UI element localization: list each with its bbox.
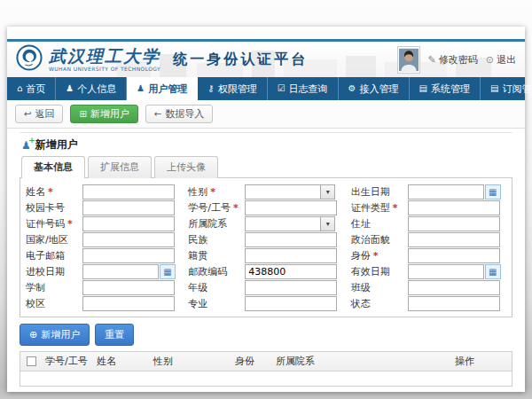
- tab-bar: 基本信息 扩展信息 上传头像: [20, 156, 512, 178]
- nav-item-permissions[interactable]: ⚷ 权限管理: [198, 77, 267, 100]
- table-column-header: 姓名: [93, 352, 150, 371]
- nav-item-subscription-management[interactable]: ▤ 订阅管理: [481, 77, 532, 100]
- nav-item-access-management[interactable]: ⚙ 接入管理: [339, 77, 410, 100]
- field-input[interactable]: [408, 200, 500, 215]
- chevron-down-icon[interactable]: ▾: [321, 216, 335, 231]
- data-import-button[interactable]: ← 数据导入: [145, 105, 213, 123]
- field-label: 籍贯: [184, 249, 245, 262]
- field-input[interactable]: [82, 264, 159, 279]
- form-actions: ⊕ 新增用户 重置: [20, 324, 512, 346]
- field-label: 学号/工号 *: [184, 201, 245, 215]
- field-label-text: 学号/工号: [188, 201, 231, 215]
- logout-link[interactable]: ⊙ 退出: [486, 53, 516, 66]
- tab-basic-info[interactable]: 基本信息: [21, 156, 85, 178]
- tab-extended-info[interactable]: 扩展信息: [88, 156, 152, 178]
- table-column-header: 性别: [150, 352, 231, 371]
- change-password-label: 修改密码: [439, 53, 478, 66]
- form-field: 班级: [348, 279, 510, 295]
- field-input[interactable]: [82, 280, 175, 295]
- form-field: 证件类型 *: [348, 200, 510, 215]
- form-field: 有效日期 ▦: [348, 263, 510, 279]
- nav-item-profile[interactable]: ♟ 个人信息: [56, 77, 127, 100]
- field-label-text: 有效日期: [351, 265, 390, 278]
- nav-item-label: 日志查询: [289, 82, 328, 96]
- data-import-label: 数据导入: [165, 108, 204, 120]
- field-input[interactable]: [245, 296, 337, 311]
- field-input[interactable]: [82, 200, 175, 215]
- add-user-toolbar-button[interactable]: ⊞ 新增用户: [70, 105, 137, 123]
- site-header: 武汉理工大学 WUHAN UNIVERSITY OF TECHNOLOGY 统一…: [7, 42, 525, 77]
- field-input[interactable]: [408, 216, 500, 231]
- field-label: 专业: [184, 297, 245, 310]
- field-input[interactable]: [245, 248, 337, 263]
- form-field: 专业: [184, 295, 347, 311]
- field-label: 政治面貌: [348, 233, 408, 246]
- field-label: 住址: [348, 217, 408, 231]
- field-input[interactable]: [245, 200, 337, 215]
- field-input[interactable]: [82, 248, 175, 263]
- field-input[interactable]: [408, 264, 484, 279]
- field-label-text: 年级: [188, 281, 207, 294]
- back-button[interactable]: ↩ 返回: [15, 105, 63, 123]
- select-all-checkbox[interactable]: [27, 356, 36, 366]
- field-input[interactable]: [245, 216, 321, 231]
- form-field: 学制: [22, 279, 184, 295]
- add-box-icon: ⊞: [79, 109, 86, 120]
- field-input[interactable]: [245, 232, 337, 247]
- content-area: ♟+ 新增用户 基本信息 扩展信息 上传头像: [7, 132, 525, 387]
- field-input[interactable]: [408, 296, 500, 311]
- log-check-icon: ☑: [278, 84, 286, 93]
- field-label-text: 班级: [351, 281, 371, 294]
- nav-item-system-management[interactable]: ▤ 系统管理: [410, 77, 481, 100]
- field-label: 电子邮箱: [22, 249, 82, 262]
- field-input[interactable]: [82, 184, 175, 200]
- required-asterisk: *: [48, 186, 53, 198]
- field-label-text: 政治面貌: [351, 233, 390, 246]
- field-label-text: 邮政编码: [188, 265, 227, 278]
- chevron-down-icon[interactable]: ▾: [321, 184, 335, 200]
- field-label: 班级: [348, 281, 408, 294]
- form-field: 年级: [184, 279, 347, 295]
- form-field: 校园卡号: [22, 200, 184, 215]
- calendar-icon[interactable]: ▦: [160, 264, 176, 279]
- nav-item-home[interactable]: ⌂ 首页: [7, 77, 56, 100]
- field-label-text: 进校日期: [26, 265, 65, 278]
- plus-circle-icon: ⊕: [29, 329, 37, 340]
- tab-upload-avatar[interactable]: 上传头像: [154, 156, 218, 178]
- field-label: 出生日期: [348, 185, 408, 199]
- field-input[interactable]: [408, 248, 500, 263]
- document-icon: ▤: [419, 84, 427, 93]
- field-label-text: 专业: [188, 297, 207, 310]
- field-label: 证件类型 *: [348, 201, 408, 215]
- field-input[interactable]: [82, 296, 175, 311]
- nav-item-log-query[interactable]: ☑ 日志查询: [268, 77, 339, 100]
- submit-add-user-button[interactable]: ⊕ 新增用户: [20, 324, 90, 346]
- table-column-header: 学号/工号: [42, 352, 93, 371]
- toolbar: ↩ 返回 ⊞ 新增用户 ← 数据导入: [7, 100, 525, 129]
- field-input[interactable]: [245, 280, 337, 295]
- reset-button[interactable]: 重置: [95, 324, 134, 346]
- field-input[interactable]: [245, 184, 321, 200]
- field-input[interactable]: [408, 184, 484, 200]
- calendar-icon[interactable]: ▦: [485, 184, 501, 200]
- change-password-link[interactable]: ✎ 修改密码: [428, 53, 478, 66]
- field-label-text: 校区: [26, 297, 45, 310]
- calendar-icon[interactable]: ▦: [485, 264, 501, 279]
- nav-item-user-management[interactable]: ♟ 用户管理: [127, 77, 198, 100]
- back-button-label: 返回: [35, 108, 54, 120]
- tab-label: 基本信息: [34, 161, 73, 173]
- field-label: 状态: [348, 297, 408, 310]
- users-table: 学号/工号 姓名 性别 身份 所属院系 操作: [20, 351, 512, 387]
- required-asterisk: *: [393, 202, 398, 214]
- field-input[interactable]: [82, 232, 175, 247]
- field-label-text: 籍贯: [188, 249, 207, 262]
- field-label: 性别 *: [184, 185, 245, 199]
- field-input[interactable]: [408, 232, 500, 247]
- pencil-icon: ✎: [428, 54, 436, 66]
- field-input[interactable]: [82, 216, 175, 231]
- field-label-text: 身份: [351, 249, 371, 262]
- field-input[interactable]: [245, 264, 337, 279]
- field-input[interactable]: [408, 280, 500, 295]
- table-column-header: 所属院系: [272, 352, 451, 371]
- field-label: 校园卡号: [22, 201, 82, 215]
